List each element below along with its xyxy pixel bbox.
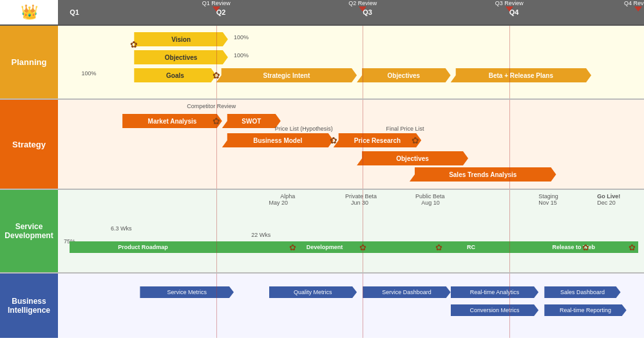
strategy-label: Strategy — [0, 100, 58, 189]
conversion-metrics-bar: Conversion Metrics — [451, 304, 539, 316]
golive-milestone: ✿ — [629, 243, 636, 252]
competitor-review-text: Competitor Review — [187, 103, 236, 109]
realtime-reporting-label: Real-time Reporting — [560, 307, 611, 313]
sales-dashboard-label: Sales Dashboard — [560, 289, 605, 295]
q1-label: Q1 — [70, 8, 79, 16]
quality-metrics-label: Quality Metrics — [294, 289, 332, 295]
price-list-hypo-text: Price List (Hypothesis) — [275, 126, 333, 132]
service-dev-label: ServiceDevelopment — [0, 190, 58, 272]
objectives-pct: 100% — [234, 52, 249, 59]
objectives-bar: Objectives — [134, 50, 228, 64]
staging-date: Nov 15 — [538, 200, 557, 206]
bi-v-line-q4 — [509, 274, 510, 338]
bm-milestone: ✿ — [330, 135, 337, 145]
realtime-reporting-bar: Real-time Reporting — [544, 304, 626, 316]
q1-review-label: Q1 Review — [202, 0, 231, 6]
q3-review-marker: Q3 Review — [495, 0, 524, 12]
strategic-intent-label: Strategic Intent — [263, 72, 310, 79]
goals-milestone: ✿ — [213, 70, 220, 80]
beta-release-bar: Beta + Release Plans — [451, 68, 591, 82]
private-beta-date: Jun 30 — [351, 200, 368, 206]
bi-v-line-q2 — [216, 274, 217, 338]
planning-objectives-label: Objectives — [165, 54, 198, 61]
v-line-q2 — [216, 26, 217, 98]
business-model-label: Business Model — [253, 137, 302, 144]
q1-review-marker: Q1 Review — [202, 0, 231, 12]
planning-section: Planning Vision ✿ 100% Objectives 100% — [0, 26, 644, 100]
golive-text: Go Live! — [597, 193, 620, 200]
q4-review-marker: Q4 Review — [624, 0, 644, 12]
pub-beta-milestone: ✿ — [435, 243, 442, 252]
bi-label: BusinessIntelligence — [0, 274, 58, 338]
s-v-line-q3 — [363, 100, 363, 189]
final-price-list-text: Final Price List — [386, 126, 424, 132]
wks22-text: 22 Wks — [251, 232, 270, 238]
timeline-header: Q1 Q2 Q3 Q4 Q1 Review Q2 Review Q3 Revie… — [58, 0, 644, 24]
q2-review-label: Q2 Review — [348, 0, 377, 6]
q3-review-label: Q3 Review — [495, 0, 524, 6]
development-bar: Development — [216, 241, 433, 253]
vision-bar: Vision — [134, 32, 228, 46]
vision-pct: 100% — [234, 34, 249, 41]
crown-icon: 👑 — [21, 4, 38, 21]
sd-v-line-q3 — [363, 190, 363, 272]
q3-review-arrow — [506, 6, 513, 12]
pr-milestone: ✿ — [412, 135, 419, 145]
market-analysis-label: Market Analysis — [148, 118, 197, 125]
service-dashboard-bar: Service Dashboard — [363, 286, 451, 298]
beta-release-label: Beta + Release Plans — [489, 72, 553, 79]
alpha-date: May 20 — [269, 200, 289, 206]
planning-label: Planning — [0, 26, 58, 98]
planning-obj2-label: Objectives — [388, 72, 421, 79]
business-model-bar: Business Model — [222, 133, 334, 147]
sales-trends-bar: Sales Trends Analysis — [410, 167, 556, 182]
goals-label: Goals — [166, 72, 184, 79]
sales-trends-label: Sales Trends Analysis — [449, 171, 516, 178]
quality-metrics-bar: Quality Metrics — [269, 286, 357, 298]
planning-content: Vision ✿ 100% Objectives 100% Goals 100%… — [58, 26, 644, 98]
service-dev-content: Alpha May 20 Private Beta Jun 30 Public … — [58, 190, 644, 272]
vision-label: Vision — [171, 36, 191, 43]
planning-objectives2-bar: Objectives — [357, 68, 451, 82]
service-dashboard-label: Service Dashboard — [382, 289, 431, 295]
sd-v-line-q2 — [216, 190, 217, 272]
strategy-objectives-bar: Objectives — [357, 151, 468, 165]
service-dev-section: ServiceDevelopment Alpha May 20 Private … — [0, 190, 644, 274]
bi-section: BusinessIntelligence Service Metrics Qua… — [0, 274, 644, 338]
s-v-line-q4 — [509, 100, 510, 189]
wks-text: 6.3 Wks — [111, 225, 132, 232]
s-v-line-q2 — [216, 100, 217, 189]
public-beta-date: Aug 10 — [421, 200, 440, 206]
product-roadmap-label: Product Roadmap — [118, 244, 168, 250]
goals-bar: Goals — [134, 68, 216, 82]
pvt-beta-milestone: ✿ — [359, 243, 366, 252]
logo-area: 👑 — [0, 0, 58, 24]
strategy-content: Competitor Review Market Analysis SWOT ✿… — [58, 100, 644, 189]
v-line-q4 — [509, 26, 510, 98]
q2-review-marker: Q2 Review — [348, 0, 377, 12]
price-research-label: Price Research — [354, 137, 401, 144]
bi-content: Service Metrics Quality Metrics Service … — [58, 274, 644, 338]
q1-review-arrow — [213, 6, 220, 12]
staging-text: Staging — [538, 193, 558, 200]
strategic-intent-bar: Strategic Intent — [216, 68, 357, 82]
staging-milestone: ✿ — [582, 243, 589, 252]
header-row: 👑 Q1 Q2 Q3 Q4 Q1 Review Q2 Review Q3 Rev… — [0, 0, 644, 26]
q4-review-arrow — [634, 6, 642, 12]
gantt-chart: 👑 Q1 Q2 Q3 Q4 Q1 Review Q2 Review Q3 Rev… — [0, 0, 644, 354]
market-analysis-bar: Market Analysis — [122, 114, 222, 128]
public-beta-text: Public Beta — [415, 193, 445, 200]
private-beta-text: Private Beta — [345, 193, 377, 200]
product-roadmap-bar: Product Roadmap — [70, 241, 216, 253]
sales-dashboard-bar: Sales Dashboard — [544, 286, 620, 298]
alpha-milestone: ✿ — [289, 243, 296, 252]
price-research-bar: Price Research — [334, 133, 422, 147]
v-line-q3 — [363, 26, 363, 98]
golive-date: Dec 20 — [597, 200, 616, 206]
realtime-analytics-bar: Real-time Analytics — [451, 286, 539, 298]
bi-v-line-q3 — [363, 274, 363, 338]
swot-bar: SWOT — [222, 114, 281, 128]
realtime-analytics-label: Real-time Analytics — [470, 289, 520, 295]
vision-milestone: ✿ — [130, 39, 138, 50]
strategy-section: Strategy Competitor Review Market Analys… — [0, 100, 644, 190]
